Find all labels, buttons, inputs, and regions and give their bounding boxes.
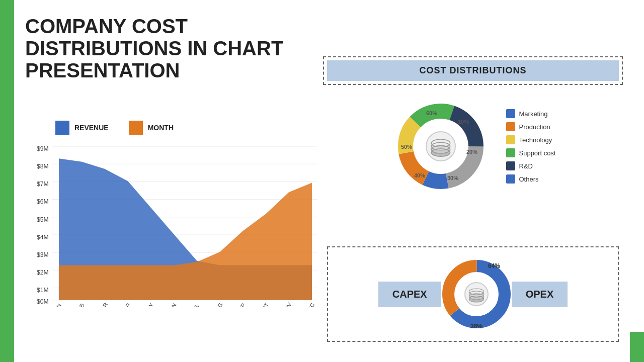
rd-color [506, 161, 515, 170]
chart-svg: $9M $8M $7M $6M $5M $4M $3M $2M $1M $0M [25, 141, 317, 307]
svg-text:$3M: $3M [37, 251, 49, 258]
cost-distributions-banner: COST DISTRIBUTIONS [327, 60, 619, 81]
svg-text:$7M: $7M [37, 180, 49, 188]
pct-20: 20% [466, 149, 477, 155]
svg-text:SEP: SEP [235, 302, 247, 307]
svg-text:DEC: DEC [304, 302, 315, 307]
rd-label: R&D [519, 162, 533, 170]
marketing-label: Marketing [519, 110, 548, 118]
donut-legend-container: 60% 10% 20% 30% 40% 50% [327, 91, 619, 197]
revenue-month-chart: REVENUE MONTH $9M $8M $7M $6M $5M $4M $3… [25, 121, 317, 322]
pct-10: 10% [457, 119, 468, 125]
svg-text:MAR: MAR [97, 302, 109, 307]
svg-text:JUN: JUN [167, 302, 177, 307]
technology-label: Technology [519, 136, 552, 144]
capex-opex-coins-icon [464, 282, 489, 306]
svg-text:JAN: JAN [52, 303, 62, 307]
cost-distributions-section: COST DISTRIBUTIONS 6 [327, 60, 619, 231]
chart-canvas-area: $9M $8M $7M $6M $5M $4M $3M $2M $1M $0M [25, 141, 317, 307]
cost-donut-chart: 60% 10% 20% 30% 40% 50% [390, 96, 491, 197]
svg-text:NOV: NOV [281, 302, 293, 307]
marketing-color [506, 109, 515, 118]
legend-rd: R&D [506, 161, 556, 170]
legend-others: Others [506, 174, 556, 184]
pct-40: 40% [414, 172, 425, 178]
production-color [506, 122, 515, 131]
legend-marketing: Marketing [506, 109, 556, 118]
revenue-legend-label: REVENUE [74, 124, 109, 132]
svg-text:JUL: JUL [190, 303, 200, 307]
svg-text:APR: APR [121, 302, 132, 307]
capex-opex-container: CAPEX 64% 36% [327, 246, 619, 342]
production-label: Production [519, 123, 550, 131]
month-legend-label: MONTH [148, 124, 174, 132]
svg-text:$8M: $8M [37, 163, 49, 170]
svg-text:MAY: MAY [143, 302, 154, 307]
svg-text:$1M: $1M [37, 287, 49, 294]
svg-text:$9M: $9M [37, 145, 49, 152]
others-color [506, 174, 515, 184]
legend-support-cost: Support cost [506, 148, 556, 157]
revenue-legend-item: REVENUE [55, 121, 109, 135]
revenue-legend-color [55, 121, 69, 135]
svg-text:FEB: FEB [75, 302, 86, 307]
others-label: Others [519, 175, 539, 183]
donut-coins-icon [426, 131, 456, 161]
pct-50: 50% [400, 144, 412, 150]
svg-text:$6M: $6M [37, 198, 49, 205]
cost-legend-list: Marketing Production Technology Support … [506, 109, 556, 184]
capex-opex-section: CAPEX 64% 36% [327, 246, 619, 352]
page-title: COMPANY COST DISTRIBUTIONS IN CHART PRES… [25, 15, 287, 81]
svg-text:$0M: $0M [37, 299, 49, 306]
bottom-right-accent-bar [630, 332, 644, 362]
support-label: Support cost [519, 149, 556, 157]
svg-text:$4M: $4M [37, 234, 49, 241]
cost-distributions-title: COST DISTRIBUTIONS [327, 60, 619, 81]
svg-text:AUG: AUG [212, 302, 224, 307]
svg-text:OCT: OCT [259, 302, 270, 307]
chart-legend: REVENUE MONTH [25, 121, 317, 135]
legend-production: Production [506, 122, 556, 131]
month-legend-item: MONTH [129, 121, 174, 135]
left-accent-bar [0, 0, 14, 362]
month-legend-color [129, 121, 143, 135]
svg-text:$5M: $5M [37, 216, 49, 223]
legend-technology: Technology [506, 135, 556, 144]
pct-64-text: 64% [488, 262, 500, 269]
opex-label: OPEX [512, 282, 568, 307]
support-color [506, 148, 515, 157]
capex-label: CAPEX [378, 282, 441, 307]
capex-opex-donut: 64% 36% [436, 254, 517, 334]
technology-color [506, 135, 515, 144]
svg-text:$2M: $2M [37, 269, 49, 276]
title-section: COMPANY COST DISTRIBUTIONS IN CHART PRES… [25, 15, 287, 81]
